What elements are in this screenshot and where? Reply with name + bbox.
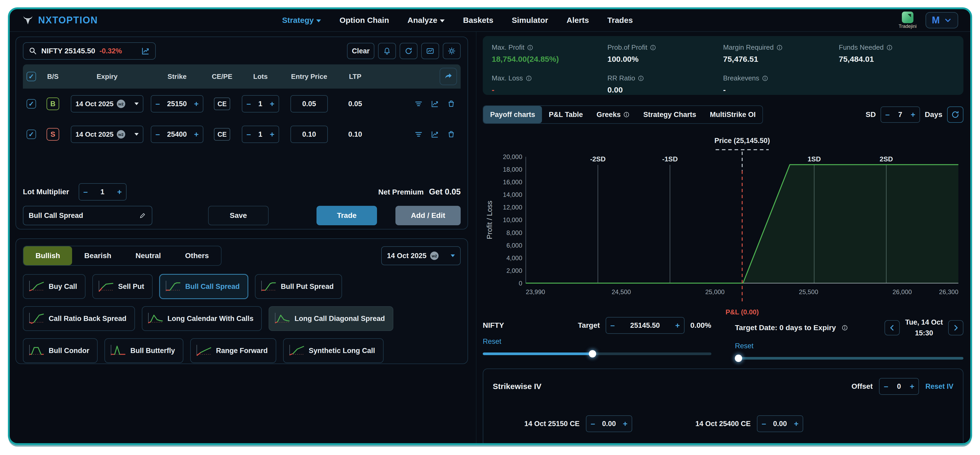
strike-plus-button[interactable]: + [194,100,199,108]
entry-price-field[interactable]: 0.10 [290,126,328,143]
refresh-button[interactable] [399,43,417,59]
strategy-button[interactable]: Long Call Diagonal Spread [269,306,393,331]
lot-multiplier-value[interactable]: 1 [100,188,105,196]
target-minus-button[interactable]: – [610,322,615,329]
lots-value[interactable]: 1 [258,130,262,138]
nav-item[interactable]: Strategy [282,16,321,25]
buy-sell-toggle[interactable]: B [46,98,59,110]
category-tab[interactable]: Neutral [123,246,173,265]
sd-minus-button[interactable]: – [885,111,890,119]
lots-minus-button[interactable]: – [247,100,251,108]
target-price-value[interactable]: 25145.50 [630,322,660,330]
strategy-button[interactable]: Sell Put [92,274,153,299]
nav-item[interactable]: Alerts [567,16,589,25]
strategy-button[interactable]: Bull Butterfly [105,338,183,363]
info-icon[interactable] [526,75,532,81]
option-type-toggle[interactable]: CE [214,98,230,110]
payoff-chart[interactable]: -2SD-1SD1SD2SD02,0004,0006,0008,00010,00… [483,127,963,317]
info-icon[interactable] [527,44,533,51]
chart-icon[interactable] [431,130,439,138]
info-icon[interactable] [650,44,656,51]
iv-value[interactable]: 0.00 [773,420,787,428]
info-icon[interactable] [638,75,644,81]
offset-plus-button[interactable]: + [910,382,915,390]
info-icon[interactable] [776,44,783,51]
slider-thumb[interactable] [735,355,742,362]
strategy-button[interactable]: Synthetic Long Call [283,338,383,363]
strategy-button[interactable]: Bull Condor [23,338,98,363]
lots-plus-button[interactable]: + [270,100,274,108]
filter-icon[interactable] [414,100,423,108]
iv-minus-button[interactable]: – [591,420,595,428]
info-icon[interactable] [886,44,892,51]
lot-multiplier-minus-button[interactable]: – [83,188,88,196]
target-date-slider[interactable] [735,357,964,360]
target-reset-link[interactable]: Reset [483,338,501,346]
strategy-button[interactable]: Long Calendar With Calls [142,306,262,331]
lots-value[interactable]: 1 [258,100,262,108]
strategies-expiry-select[interactable]: 14 Oct 2025 w2 [381,246,461,265]
nav-item[interactable]: Trades [608,16,633,25]
payoff-board-button[interactable] [421,43,439,59]
iv-value[interactable]: 0.00 [602,420,616,428]
instrument-search[interactable]: NIFTY 25145.50 -0.32% [23,42,156,60]
strategy-button[interactable]: Range Forward [190,338,276,363]
nav-item[interactable]: Simulator [512,16,548,25]
buy-sell-toggle[interactable]: S [46,128,59,141]
entry-price-field[interactable]: 0.05 [290,95,328,113]
info-icon[interactable] [842,325,848,331]
strike-minus-button[interactable]: – [156,130,160,138]
leg-checkbox[interactable]: ✓ [27,130,36,139]
trade-button[interactable]: Trade [317,206,377,225]
settings-button[interactable] [443,43,461,59]
offset-minus-button[interactable]: – [884,382,888,390]
chart-icon[interactable] [431,100,439,108]
lots-minus-button[interactable]: – [247,130,251,138]
iv-plus-button[interactable]: + [623,420,628,428]
category-tab[interactable]: Others [173,246,221,265]
prev-date-button[interactable] [885,320,900,335]
strategy-name-field[interactable]: Bull Call Spread [23,206,152,225]
expiry-select[interactable]: 14 Oct 2025 w2 [71,95,143,113]
analysis-tab[interactable]: Greeks [590,106,637,123]
analysis-tab[interactable]: Payoff charts [483,106,542,123]
account-menu-button[interactable]: M [926,12,958,29]
nav-item[interactable]: Analyze [407,16,445,25]
analysis-tab[interactable]: P&L Table [542,106,590,123]
alerts-bell-button[interactable] [378,43,396,59]
target-price-slider[interactable] [483,352,711,355]
leg-checkbox[interactable]: ✓ [27,99,36,109]
add-edit-button[interactable]: Add / Edit [395,206,461,225]
strike-value[interactable]: 25400 [167,130,187,138]
lot-multiplier-plus-button[interactable]: + [117,188,122,196]
expiry-select[interactable]: 14 Oct 2025 w2 [71,126,143,143]
target-plus-button[interactable]: + [675,322,680,329]
next-date-button[interactable] [948,320,963,335]
sd-value[interactable]: 7 [898,111,902,119]
strike-value[interactable]: 25150 [167,100,187,108]
chart-refresh-button[interactable] [947,106,963,123]
strategy-button[interactable]: Bull Put Spread [255,274,342,299]
strategy-button[interactable]: Call Ratio Back Spread [23,306,135,331]
option-type-toggle[interactable]: CE [214,128,230,141]
nav-item[interactable]: Option Chain [339,16,389,25]
iv-minus-button[interactable]: – [762,420,766,428]
delete-icon[interactable] [447,130,455,138]
offset-value[interactable]: 0 [897,382,901,391]
reset-iv-link[interactable]: Reset IV [925,382,953,391]
category-tab[interactable]: Bullish [24,246,72,265]
strategy-button[interactable]: Buy Call [23,274,86,299]
share-strategy-button[interactable] [440,68,457,85]
slider-thumb[interactable] [589,350,596,357]
lots-plus-button[interactable]: + [270,130,274,138]
nav-item[interactable]: Baskets [463,16,493,25]
iv-plus-button[interactable]: + [794,420,799,428]
broker-widget[interactable]: Tradejini [899,11,916,29]
filter-icon[interactable] [414,130,423,138]
select-all-checkbox[interactable]: ✓ [27,72,36,81]
date-reset-link[interactable]: Reset [735,342,754,350]
analysis-tab[interactable]: Strategy Charts [636,106,703,123]
analysis-tab[interactable]: MultiStrike OI [703,106,762,123]
open-chart-icon[interactable] [141,46,150,55]
clear-button[interactable]: Clear [347,43,374,59]
